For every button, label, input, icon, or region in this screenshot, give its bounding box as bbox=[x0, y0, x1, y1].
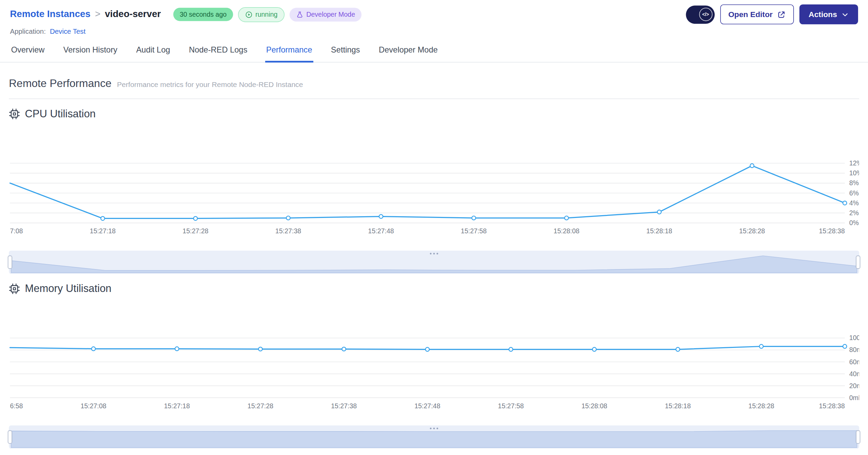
svg-text:6:58: 6:58 bbox=[10, 402, 23, 410]
svg-text:15:28:38: 15:28:38 bbox=[819, 227, 845, 235]
svg-text:15:27:58: 15:27:58 bbox=[461, 227, 487, 235]
svg-text:100mb: 100mb bbox=[849, 334, 859, 341]
svg-text:80mb: 80mb bbox=[849, 346, 859, 354]
cpu-section-heading: CPU Utilisation bbox=[25, 108, 96, 120]
svg-text:6%: 6% bbox=[849, 189, 859, 197]
svg-text:15:27:28: 15:27:28 bbox=[247, 402, 273, 410]
svg-text:0%: 0% bbox=[849, 219, 859, 226]
cpu-brush-handle-left[interactable] bbox=[8, 255, 12, 269]
open-editor-label: Open Editor bbox=[728, 10, 773, 19]
header-actions: </> Open Editor Actions bbox=[686, 4, 858, 24]
tab-bar: Overview Version History Audit Log Node-… bbox=[0, 41, 868, 62]
tab-overview[interactable]: Overview bbox=[10, 41, 46, 62]
divider bbox=[9, 99, 859, 99]
svg-text:40mb: 40mb bbox=[849, 370, 859, 378]
instance-performance-page: Remote Instances > video-server 30 secon… bbox=[0, 0, 868, 455]
memory-section: Memory Utilisation 0mb20mb40mb60mb80mb10… bbox=[9, 283, 859, 449]
code-icon: </> bbox=[699, 8, 712, 21]
memory-brush[interactable] bbox=[9, 425, 859, 449]
cpu-brush-handle-right[interactable] bbox=[856, 255, 860, 269]
tab-version-history[interactable]: Version History bbox=[62, 41, 118, 62]
cpu-brush[interactable] bbox=[9, 251, 859, 274]
svg-text:15:27:48: 15:27:48 bbox=[368, 227, 394, 235]
tab-performance[interactable]: Performance bbox=[265, 41, 313, 62]
tab-audit-log[interactable]: Audit Log bbox=[135, 41, 171, 62]
svg-text:15:27:38: 15:27:38 bbox=[331, 402, 357, 410]
status-badges: 30 seconds ago running Developer Mode bbox=[173, 7, 362, 22]
memory-chip-icon bbox=[9, 283, 20, 294]
breadcrumb-current-instance: video-server bbox=[105, 9, 161, 20]
svg-text:15:28:08: 15:28:08 bbox=[581, 402, 607, 410]
cpu-chart: 0%2%4%6%8%10%12%7:0815:27:1815:27:2815:2… bbox=[9, 128, 859, 238]
last-seen-badge: 30 seconds ago bbox=[173, 8, 233, 21]
memory-section-heading: Memory Utilisation bbox=[25, 283, 111, 295]
status-badge: running bbox=[238, 7, 285, 22]
memory-chart: 0mb20mb40mb60mb80mb100mb6:5815:27:0815:2… bbox=[9, 303, 859, 413]
header: Remote Instances > video-server 30 secon… bbox=[0, 0, 868, 35]
cpu-section: CPU Utilisation 0%2%4%6%8%10%12%7:0815:2… bbox=[9, 108, 859, 274]
tab-settings[interactable]: Settings bbox=[330, 41, 361, 62]
svg-text:4%: 4% bbox=[849, 199, 859, 207]
svg-text:15:27:48: 15:27:48 bbox=[414, 402, 440, 410]
svg-text:2%: 2% bbox=[849, 209, 859, 217]
chevron-down-icon bbox=[841, 11, 849, 18]
breadcrumb-remote-instances[interactable]: Remote Instances bbox=[10, 9, 90, 20]
svg-text:15:27:18: 15:27:18 bbox=[164, 402, 190, 410]
tab-developer-mode[interactable]: Developer Mode bbox=[378, 41, 439, 62]
memory-section-title: Memory Utilisation bbox=[9, 283, 859, 295]
memory-brush-grip[interactable] bbox=[430, 428, 438, 429]
actions-button[interactable]: Actions bbox=[799, 4, 858, 24]
tab-node-red-logs[interactable]: Node-RED Logs bbox=[188, 41, 248, 62]
svg-text:15:27:38: 15:27:38 bbox=[275, 227, 301, 235]
cpu-brush-grip[interactable] bbox=[430, 253, 438, 254]
actions-label: Actions bbox=[809, 10, 837, 19]
svg-text:15:28:08: 15:28:08 bbox=[554, 227, 580, 235]
svg-text:15:28:38: 15:28:38 bbox=[819, 402, 845, 410]
svg-text:10%: 10% bbox=[849, 169, 859, 177]
application-row: Application: Device Test bbox=[0, 24, 868, 35]
application-label: Application: bbox=[10, 28, 46, 35]
svg-text:0mb: 0mb bbox=[849, 394, 859, 401]
svg-text:15:27:58: 15:27:58 bbox=[498, 402, 524, 410]
svg-text:7:08: 7:08 bbox=[10, 227, 23, 235]
svg-text:15:27:28: 15:27:28 bbox=[183, 227, 209, 235]
open-editor-button[interactable]: Open Editor bbox=[720, 4, 794, 24]
svg-text:15:27:18: 15:27:18 bbox=[90, 227, 116, 235]
svg-text:60mb: 60mb bbox=[849, 358, 859, 366]
svg-text:15:28:28: 15:28:28 bbox=[749, 402, 774, 410]
developer-mode-badge-label: Developer Mode bbox=[306, 11, 355, 17]
play-circle-icon bbox=[245, 11, 253, 18]
external-link-icon bbox=[777, 10, 785, 18]
svg-text:15:28:18: 15:28:18 bbox=[665, 402, 691, 410]
breadcrumb: Remote Instances > video-server bbox=[10, 9, 161, 20]
main-content: Remote Performance Performance metrics f… bbox=[0, 77, 868, 449]
page-subtitle: Performance metrics for your Remote Node… bbox=[117, 80, 303, 88]
cpu-chip-icon bbox=[9, 108, 20, 119]
breadcrumb-separator: > bbox=[95, 9, 100, 20]
developer-mode-toggle[interactable]: </> bbox=[686, 5, 714, 24]
svg-text:15:28:18: 15:28:18 bbox=[646, 227, 672, 235]
page-header: Remote Performance Performance metrics f… bbox=[9, 77, 859, 89]
cpu-section-title: CPU Utilisation bbox=[9, 108, 859, 120]
application-link[interactable]: Device Test bbox=[50, 28, 85, 35]
status-badge-label: running bbox=[255, 11, 278, 17]
svg-text:20mb: 20mb bbox=[849, 382, 859, 390]
header-row: Remote Instances > video-server 30 secon… bbox=[0, 0, 868, 24]
beaker-icon bbox=[296, 11, 303, 18]
svg-text:15:28:28: 15:28:28 bbox=[739, 227, 765, 235]
svg-text:15:27:08: 15:27:08 bbox=[81, 402, 106, 410]
svg-text:12%: 12% bbox=[849, 159, 859, 167]
developer-mode-badge: Developer Mode bbox=[290, 8, 362, 21]
svg-text:8%: 8% bbox=[849, 179, 859, 187]
memory-brush-handle-right[interactable] bbox=[856, 430, 860, 444]
page-title: Remote Performance bbox=[9, 77, 112, 89]
memory-brush-handle-left[interactable] bbox=[8, 430, 12, 444]
